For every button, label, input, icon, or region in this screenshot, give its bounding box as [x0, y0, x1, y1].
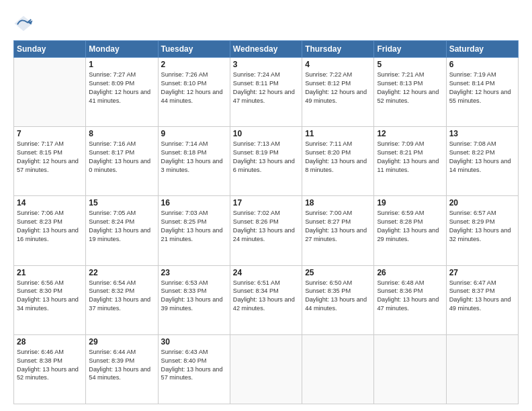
sunrise-label: Sunrise: 7:17 AM	[17, 140, 64, 147]
daylight-label: Daylight: 13 hours and 39 minutes.	[161, 296, 223, 312]
day-number: 23	[161, 268, 227, 277]
day-info: Sunrise: 6:56 AM Sunset: 8:30 PM Dayligh…	[17, 279, 83, 314]
day-number: 8	[89, 129, 154, 138]
sunset-label: Sunset: 8:38 PM	[17, 357, 62, 364]
day-cell	[14, 58, 86, 127]
day-number: 13	[449, 129, 515, 138]
daylight-label: Daylight: 13 hours and 32 minutes.	[449, 227, 511, 242]
day-info: Sunrise: 6:46 AM Sunset: 8:38 PM Dayligh…	[17, 348, 83, 383]
daylight-label: Daylight: 12 hours and 52 minutes.	[377, 89, 439, 104]
sunrise-label: Sunrise: 6:54 AM	[89, 279, 136, 286]
day-info: Sunrise: 7:22 AM Sunset: 8:12 PM Dayligh…	[305, 71, 371, 105]
daylight-label: Daylight: 13 hours and 8 minutes.	[305, 158, 367, 173]
day-info: Sunrise: 6:44 AM Sunset: 8:39 PM Dayligh…	[89, 348, 154, 383]
daylight-label: Daylight: 13 hours and 19 minutes.	[89, 227, 150, 242]
day-cell	[374, 334, 446, 404]
sunrise-label: Sunrise: 7:03 AM	[161, 210, 208, 216]
day-cell: 19 Sunrise: 6:59 AM Sunset: 8:28 PM Dayl…	[374, 196, 446, 265]
week-row-1: 1 Sunrise: 7:27 AM Sunset: 8:09 PM Dayli…	[14, 58, 519, 127]
sunrise-label: Sunrise: 6:51 AM	[233, 279, 280, 286]
daylight-label: Daylight: 12 hours and 55 minutes.	[449, 89, 511, 104]
sunrise-label: Sunrise: 7:26 AM	[161, 71, 208, 78]
day-number: 7	[17, 129, 83, 138]
sunrise-label: Sunrise: 6:59 AM	[377, 210, 424, 216]
day-info: Sunrise: 6:43 AM Sunset: 8:40 PM Dayligh…	[161, 348, 227, 383]
day-number: 29	[89, 337, 154, 347]
col-header-tuesday: Tuesday	[158, 41, 230, 58]
day-info: Sunrise: 7:17 AM Sunset: 8:15 PM Dayligh…	[17, 140, 83, 175]
col-header-sunday: Sunday	[14, 41, 86, 58]
daylight-label: Daylight: 12 hours and 41 minutes.	[89, 89, 150, 104]
sunrise-label: Sunrise: 6:47 AM	[449, 279, 496, 286]
sunset-label: Sunset: 8:12 PM	[305, 80, 351, 87]
daylight-label: Daylight: 13 hours and 16 minutes.	[17, 227, 79, 242]
day-cell: 5 Sunrise: 7:21 AM Sunset: 8:13 PM Dayli…	[374, 58, 446, 127]
day-info: Sunrise: 6:48 AM Sunset: 8:36 PM Dayligh…	[377, 279, 443, 314]
col-header-monday: Monday	[86, 41, 158, 58]
daylight-label: Daylight: 13 hours and 44 minutes.	[305, 296, 367, 312]
daylight-label: Daylight: 13 hours and 3 minutes.	[161, 158, 223, 173]
daylight-label: Daylight: 13 hours and 24 minutes.	[233, 227, 295, 242]
sunrise-label: Sunrise: 6:48 AM	[377, 279, 424, 286]
day-cell: 29 Sunrise: 6:44 AM Sunset: 8:39 PM Dayl…	[86, 334, 158, 404]
day-cell: 7 Sunrise: 7:17 AM Sunset: 8:15 PM Dayli…	[14, 127, 86, 196]
daylight-label: Daylight: 13 hours and 54 minutes.	[89, 366, 150, 381]
sunrise-label: Sunrise: 6:43 AM	[161, 349, 208, 355]
day-info: Sunrise: 7:19 AM Sunset: 8:14 PM Dayligh…	[449, 71, 515, 105]
day-cell: 8 Sunrise: 7:16 AM Sunset: 8:17 PM Dayli…	[86, 127, 158, 196]
sunrise-label: Sunrise: 6:56 AM	[17, 279, 64, 286]
sunrise-label: Sunrise: 7:00 AM	[305, 210, 352, 216]
daylight-label: Daylight: 13 hours and 57 minutes.	[161, 366, 223, 381]
sunrise-label: Sunrise: 7:13 AM	[233, 140, 280, 147]
day-cell: 30 Sunrise: 6:43 AM Sunset: 8:40 PM Dayl…	[158, 334, 230, 404]
sunset-label: Sunset: 8:13 PM	[377, 80, 423, 87]
sunrise-label: Sunrise: 7:16 AM	[89, 140, 136, 147]
sunset-label: Sunset: 8:29 PM	[449, 218, 495, 225]
week-row-4: 21 Sunrise: 6:56 AM Sunset: 8:30 PM Dayl…	[14, 265, 519, 334]
sunset-label: Sunset: 8:21 PM	[377, 149, 423, 156]
day-info: Sunrise: 6:59 AM Sunset: 8:28 PM Dayligh…	[377, 209, 443, 244]
day-number: 24	[233, 268, 299, 277]
day-number: 27	[449, 268, 515, 277]
sunrise-label: Sunrise: 7:19 AM	[449, 71, 496, 78]
col-header-thursday: Thursday	[302, 41, 374, 58]
daylight-label: Daylight: 13 hours and 42 minutes.	[233, 296, 295, 312]
sunrise-label: Sunrise: 7:22 AM	[305, 71, 352, 78]
daylight-label: Daylight: 12 hours and 57 minutes.	[17, 158, 79, 173]
day-info: Sunrise: 7:05 AM Sunset: 8:24 PM Dayligh…	[89, 209, 154, 244]
day-cell: 25 Sunrise: 6:50 AM Sunset: 8:35 PM Dayl…	[302, 265, 374, 334]
sunset-label: Sunset: 8:37 PM	[449, 287, 495, 294]
day-info: Sunrise: 7:16 AM Sunset: 8:17 PM Dayligh…	[89, 140, 154, 175]
sunset-label: Sunset: 8:26 PM	[233, 218, 279, 225]
week-row-5: 28 Sunrise: 6:46 AM Sunset: 8:38 PM Dayl…	[14, 334, 519, 404]
day-cell: 11 Sunrise: 7:11 AM Sunset: 8:20 PM Dayl…	[302, 127, 374, 196]
sunset-label: Sunset: 8:17 PM	[89, 149, 134, 156]
day-cell: 6 Sunrise: 7:19 AM Sunset: 8:14 PM Dayli…	[446, 58, 518, 127]
day-cell: 22 Sunrise: 6:54 AM Sunset: 8:32 PM Dayl…	[86, 265, 158, 334]
sunset-label: Sunset: 8:24 PM	[89, 218, 134, 225]
day-number: 21	[17, 268, 83, 277]
daylight-label: Daylight: 13 hours and 0 minutes.	[89, 158, 150, 173]
daylight-label: Daylight: 13 hours and 47 minutes.	[377, 296, 439, 312]
sunset-label: Sunset: 8:18 PM	[161, 149, 207, 156]
daylight-label: Daylight: 13 hours and 37 minutes.	[89, 296, 150, 312]
day-cell: 12 Sunrise: 7:09 AM Sunset: 8:21 PM Dayl…	[374, 127, 446, 196]
day-cell: 14 Sunrise: 7:06 AM Sunset: 8:23 PM Dayl…	[14, 196, 86, 265]
sunset-label: Sunset: 8:33 PM	[161, 287, 207, 294]
day-info: Sunrise: 7:24 AM Sunset: 8:11 PM Dayligh…	[233, 71, 299, 105]
day-number: 3	[233, 60, 299, 69]
day-number: 10	[233, 129, 299, 138]
day-number: 9	[161, 129, 227, 138]
sunset-label: Sunset: 8:27 PM	[305, 218, 351, 225]
day-cell: 10 Sunrise: 7:13 AM Sunset: 8:19 PM Dayl…	[230, 127, 302, 196]
day-cell: 4 Sunrise: 7:22 AM Sunset: 8:12 PM Dayli…	[302, 58, 374, 127]
day-number: 26	[377, 268, 443, 277]
daylight-label: Daylight: 13 hours and 21 minutes.	[161, 227, 223, 242]
daylight-label: Daylight: 12 hours and 47 minutes.	[233, 89, 295, 104]
day-cell: 26 Sunrise: 6:48 AM Sunset: 8:36 PM Dayl…	[374, 265, 446, 334]
day-info: Sunrise: 7:00 AM Sunset: 8:27 PM Dayligh…	[305, 209, 371, 244]
day-number: 28	[17, 337, 83, 347]
daylight-label: Daylight: 13 hours and 49 minutes.	[449, 296, 511, 312]
sunrise-label: Sunrise: 7:09 AM	[377, 140, 424, 147]
day-cell: 23 Sunrise: 6:53 AM Sunset: 8:33 PM Dayl…	[158, 265, 230, 334]
